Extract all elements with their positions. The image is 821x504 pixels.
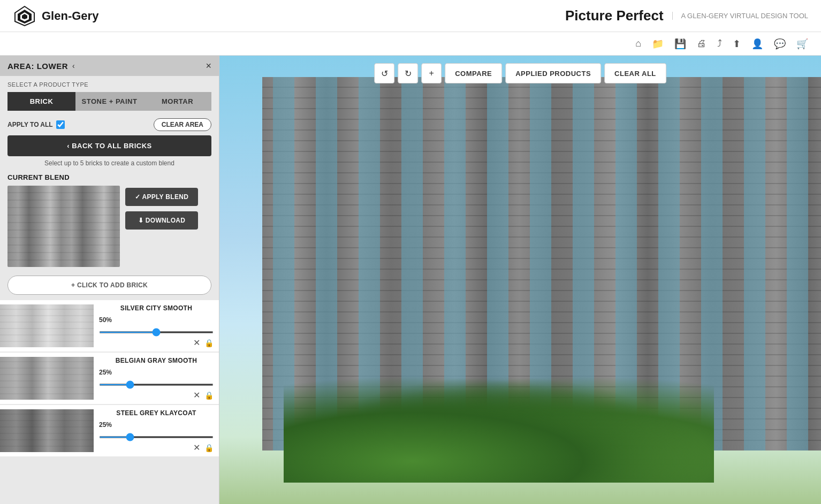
blend-preview [7, 186, 120, 267]
navbar: ⌂ 📁 💾 🖨 ⤴ ⬆ 👤 💬 🛒 [0, 32, 821, 56]
app-title: Picture Perfect [565, 7, 664, 24]
brick-lock-silver[interactable]: 🔒 [204, 339, 214, 347]
brick-slider-steel[interactable] [99, 436, 214, 438]
product-type-section: SELECT A PRODUCT TYPE BRICK STONE + PAIN… [0, 76, 219, 114]
brick-slider-silver[interactable] [99, 331, 214, 333]
brick-percentage-steel: 25% [99, 421, 214, 429]
slider-container-belgian [99, 378, 214, 388]
blend-hint: Select up to 5 bricks to create a custom… [0, 159, 219, 167]
cart-icon[interactable]: 🛒 [796, 38, 808, 50]
brick-thumb-belgian [0, 357, 94, 400]
toolbar: ↺ ↻ + COMPARE APPLIED PRODUCTS CLEAR ALL [374, 63, 666, 83]
building-background [219, 56, 821, 504]
product-type-tabs: BRICK STONE + PAINT MORTAR [7, 92, 211, 111]
brick-name-belgian: BELGIAN GRAY SMOOTH [99, 357, 214, 364]
brick-item-silver-city-smooth: SILVER CITY SMOOTH 50% ✕ 🔒 [0, 300, 219, 352]
tab-mortar[interactable]: MORTAR [143, 92, 211, 111]
header-title-area: Picture Perfect A GLEN-GERY VIRTUAL DESI… [565, 7, 808, 24]
brick-thumb-steel [0, 409, 94, 452]
back-to-all-bricks-button[interactable]: ‹ BACK TO ALL BRICKS [7, 135, 211, 156]
area-header: AREA: LOWER ‹ × [0, 56, 219, 76]
slider-container-silver [99, 326, 214, 335]
brick-lock-steel[interactable]: 🔒 [204, 444, 214, 452]
trees [284, 376, 714, 483]
print-icon[interactable]: 🖨 [697, 38, 706, 49]
app-subtitle: A GLEN-GERY VIRTUAL DESIGN TOOL [672, 12, 808, 20]
area-close-icon[interactable]: × [206, 61, 211, 71]
brick-actions-steel: ✕ 🔒 [99, 444, 214, 452]
slider-container-steel [99, 431, 214, 440]
upload-icon[interactable]: ⬆ [733, 38, 741, 50]
apply-blend-button[interactable]: ✓ APPLY BLEND [125, 188, 198, 206]
home-icon[interactable]: ⌂ [635, 38, 641, 49]
building-view: ↺ ↻ + COMPARE APPLIED PRODUCTS CLEAR ALL [219, 56, 821, 504]
redo-button[interactable]: ↻ [398, 63, 418, 83]
user-icon[interactable]: 👤 [751, 38, 763, 50]
brick-name-silver: SILVER CITY SMOOTH [99, 304, 214, 312]
area-title: AREA: LOWER [7, 62, 68, 71]
logo-area: Glen-Gery [13, 4, 98, 28]
brick-remove-steel[interactable]: ✕ [193, 444, 200, 452]
download-button[interactable]: ⬇ DOWNLOAD [125, 211, 198, 230]
brick-actions-silver: ✕ 🔒 [99, 339, 214, 347]
brick-item-belgian-gray-smooth: BELGIAN GRAY SMOOTH 25% ✕ 🔒 [0, 353, 219, 404]
add-brick-button[interactable]: + CLICK TO ADD BRICK [7, 276, 211, 295]
brick-item-steel-grey-klaycoat: STEEL GREY KLAYCOAT 25% ✕ 🔒 [0, 405, 219, 456]
chat-icon[interactable]: 💬 [774, 38, 786, 50]
zoom-button[interactable]: + [421, 63, 442, 83]
clear-area-button[interactable]: CLEAR AREA [154, 118, 211, 131]
area-chevron-icon[interactable]: ‹ [72, 62, 75, 70]
tab-stone-paint[interactable]: STONE + PAINT [75, 92, 143, 111]
blend-preview-image [7, 186, 120, 267]
applied-products-button[interactable]: APPLIED PRODUCTS [505, 63, 601, 83]
apply-to-all-label: APPLY TO ALL [7, 121, 53, 128]
blend-section: ✓ APPLY BLEND ⬇ DOWNLOAD [0, 186, 219, 273]
brick-slider-belgian[interactable] [99, 384, 214, 386]
sidebar: AREA: LOWER ‹ × SELECT A PRODUCT TYPE BR… [0, 56, 219, 504]
folder-icon[interactable]: 📁 [652, 38, 664, 50]
header: Glen-Gery Picture Perfect A GLEN-GERY VI… [0, 0, 821, 32]
current-blend-label: CURRENT BLEND [0, 171, 219, 186]
save-icon[interactable]: 💾 [674, 38, 686, 50]
brick-remove-silver[interactable]: ✕ [193, 339, 200, 347]
undo-button[interactable]: ↺ [374, 63, 394, 83]
brick-lock-belgian[interactable]: 🔒 [204, 391, 214, 400]
share-icon[interactable]: ⤴ [717, 38, 722, 49]
tab-brick[interactable]: BRICK [7, 92, 75, 111]
apply-to-all-group: APPLY TO ALL [7, 120, 65, 129]
brick-percentage-belgian: 25% [99, 369, 214, 376]
apply-to-all-checkbox[interactable] [56, 120, 65, 129]
compare-button[interactable]: COMPARE [445, 63, 502, 83]
brick-info-silver: SILVER CITY SMOOTH 50% ✕ 🔒 [99, 304, 214, 347]
area-title-group: AREA: LOWER ‹ [7, 62, 75, 71]
brick-info-belgian: BELGIAN GRAY SMOOTH 25% ✕ 🔒 [99, 357, 214, 400]
brick-percentage-silver: 50% [99, 316, 214, 324]
clear-all-button[interactable]: CLEAR ALL [604, 63, 666, 83]
brick-info-steel: STEEL GREY KLAYCOAT 25% ✕ 🔒 [99, 409, 214, 452]
blend-actions: ✓ APPLY BLEND ⬇ DOWNLOAD [125, 186, 198, 267]
product-type-label: SELECT A PRODUCT TYPE [7, 81, 211, 88]
brick-thumb-silver [0, 304, 94, 347]
brick-actions-belgian: ✕ 🔒 [99, 391, 214, 400]
glen-gery-logo [13, 4, 36, 28]
brick-name-steel: STEEL GREY KLAYCOAT [99, 409, 214, 417]
main-layout: AREA: LOWER ‹ × SELECT A PRODUCT TYPE BR… [0, 56, 821, 504]
brick-remove-belgian[interactable]: ✕ [193, 391, 200, 400]
logo-text: Glen-Gery [42, 9, 98, 23]
apply-row: APPLY TO ALL CLEAR AREA [0, 114, 219, 135]
